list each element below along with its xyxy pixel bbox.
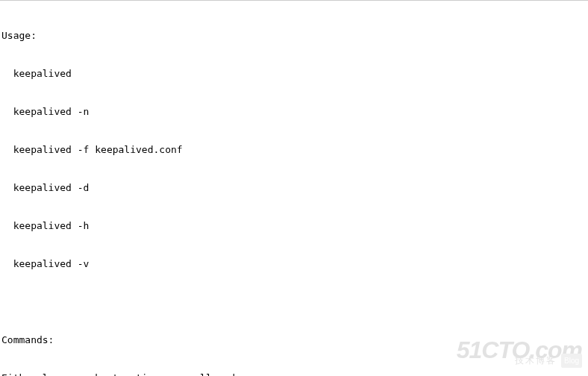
commands-intro: Either long or short options are allowed… [1, 372, 587, 376]
usage-line: keepalived -v [1, 257, 587, 270]
usage-header: Usage: [1, 29, 587, 42]
usage-line: keepalived -h [1, 219, 587, 232]
usage-line: keepalived -f keepalived.conf [1, 143, 587, 156]
commands-header: Commands: [1, 333, 587, 346]
usage-line: keepalived -n [1, 105, 587, 118]
blank-line [1, 295, 587, 308]
usage-line: keepalived -d [1, 181, 587, 194]
terminal-output[interactable]: Usage: keepalived keepalived -n keepaliv… [0, 1, 588, 376]
usage-line: keepalived [1, 67, 587, 80]
